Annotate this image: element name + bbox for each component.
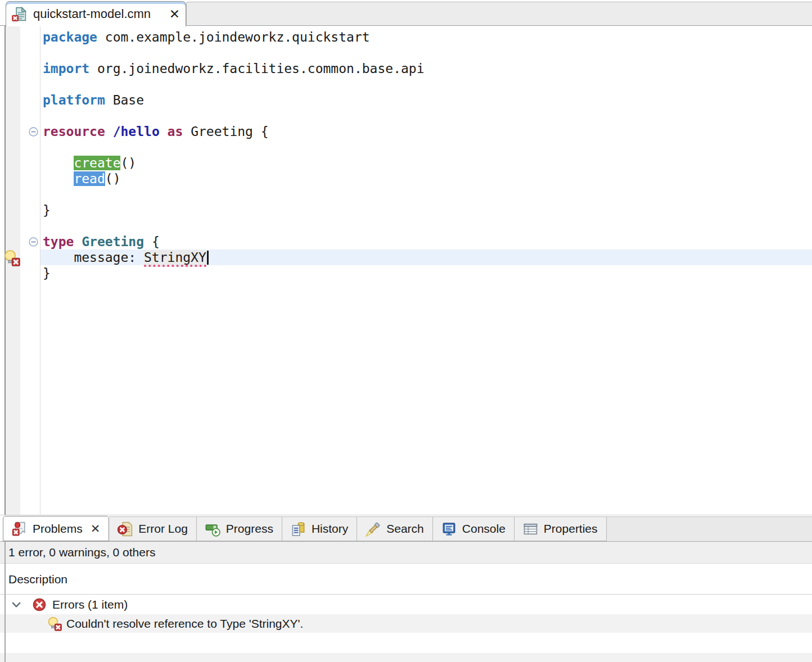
tab-label: Properties: [544, 522, 598, 536]
code-line[interactable]: create(): [40, 155, 812, 171]
problem-item-text: Couldn't resolve reference to Type 'Stri…: [66, 617, 303, 631]
code-token: org.joinedworkz.facilities.common.base.a…: [89, 61, 424, 76]
code-token: [74, 234, 82, 249]
console-icon: [441, 522, 457, 537]
code-token: platform: [43, 93, 105, 107]
code-token: com.example.joindeworkz.quickstart: [97, 30, 370, 44]
code-line[interactable]: [40, 76, 812, 92]
code-token: /hello: [113, 124, 160, 139]
history-icon: [291, 522, 306, 537]
error-reference-token: StringXY: [144, 250, 206, 267]
chevron-down-icon[interactable]: [10, 598, 22, 611]
code-token: package: [43, 30, 97, 44]
problems-summary-text: 1 error, 0 warnings, 0 others: [8, 546, 155, 559]
code-line[interactable]: import org.joinedworkz.facilities.common…: [40, 61, 812, 76]
progress-icon: [205, 522, 220, 537]
editor-tab[interactable]: quickstart-model.cmn ✕: [6, 1, 186, 26]
code-line[interactable]: platform Base: [40, 92, 812, 108]
code-token: Greeting {: [183, 124, 268, 139]
fold-minus-icon[interactable]: [29, 237, 38, 247]
problems-summary: 1 error, 0 warnings, 0 others: [0, 542, 812, 564]
tab-progress[interactable]: Progress: [197, 516, 282, 541]
text-caret: [207, 251, 209, 265]
code-token: Base: [105, 93, 144, 107]
problem-item-row[interactable]: Couldn't resolve reference to Type 'Stri…: [0, 614, 812, 633]
file-model-icon: [12, 7, 26, 21]
bottom-panel: Problems✕Error LogProgressHistorySearchC…: [0, 515, 812, 662]
code-token: message:: [43, 250, 144, 265]
tab-history[interactable]: History: [282, 516, 357, 541]
code-line[interactable]: [40, 108, 812, 124]
code-line[interactable]: }: [40, 265, 812, 281]
tab-label: Console: [462, 522, 506, 536]
code-line-current[interactable]: message: StringXY: [40, 250, 812, 265]
annotation-ruler[interactable]: [6, 26, 20, 515]
code-token: [160, 124, 168, 139]
editor-area: package com.example.joindeworkz.quicksta…: [0, 26, 812, 515]
empty-row: [0, 633, 812, 653]
errorlog-icon: [118, 522, 133, 537]
editor-left-sash[interactable]: [4, 26, 6, 515]
code-token: type: [43, 234, 74, 249]
error-annotation-icon[interactable]: [3, 250, 20, 266]
tab-console[interactable]: Console: [433, 516, 515, 541]
fold-minus-icon[interactable]: [29, 127, 38, 137]
code-line[interactable]: }: [40, 202, 812, 218]
tab-error-log[interactable]: Error Log: [109, 516, 197, 541]
tab-label: History: [312, 522, 348, 536]
code-token: (): [105, 171, 121, 186]
code-line[interactable]: resource /hello as Greeting {: [40, 124, 812, 139]
code-line[interactable]: [40, 45, 812, 61]
problems-icon: [12, 521, 27, 536]
code-token: [105, 124, 113, 139]
code-token: Greeting: [82, 234, 144, 249]
code-token: }: [43, 203, 51, 217]
properties-icon: [523, 522, 538, 537]
tab-close-icon[interactable]: ✕: [91, 522, 101, 536]
tab-label: Progress: [226, 522, 273, 536]
description-column-label: Description: [8, 573, 67, 586]
empty-row: [0, 653, 812, 662]
quickfix-error-icon: [47, 616, 62, 631]
errors-group-label: Errors (1 item): [52, 598, 128, 611]
code-token: {: [144, 234, 160, 249]
tab-label: Problems: [33, 522, 83, 536]
code-line[interactable]: read(): [40, 171, 812, 187]
code-line[interactable]: [40, 139, 812, 155]
error-icon: [33, 598, 46, 611]
code-token: import: [43, 61, 89, 76]
editor-tab-title: quickstart-model.cmn: [33, 7, 165, 21]
tab-properties[interactable]: Properties: [515, 516, 607, 541]
code-token: }: [43, 266, 51, 280]
tab-label: Search: [386, 522, 424, 536]
code-line[interactable]: package com.example.joindeworkz.quicksta…: [40, 29, 812, 45]
editor-tabbar: quickstart-model.cmn ✕: [0, 0, 812, 26]
code-line[interactable]: type Greeting {: [40, 234, 812, 250]
code-line[interactable]: [40, 187, 812, 202]
editor-tabbar-empty-area: [186, 2, 812, 25]
code-token: [43, 171, 74, 186]
editor-tab-close-icon[interactable]: ✕: [169, 7, 180, 22]
code-token: read: [74, 171, 105, 186]
code-token: as: [168, 124, 183, 139]
problems-tree: Errors (1 item) Couldn't resolve referen…: [0, 595, 812, 662]
tab-search[interactable]: Search: [357, 516, 433, 541]
tab-label: Error Log: [138, 522, 188, 536]
errors-group-row[interactable]: Errors (1 item): [0, 595, 812, 614]
view-tabbar-empty-area: [607, 516, 812, 541]
code-token: resource: [43, 124, 105, 139]
tab-problems[interactable]: Problems✕: [3, 516, 109, 541]
code-line[interactable]: [40, 218, 812, 234]
description-column-header[interactable]: Description: [0, 564, 812, 595]
view-tabbar: Problems✕Error LogProgressHistorySearchC…: [0, 515, 812, 542]
code-token: [43, 156, 74, 170]
search-icon: [366, 522, 381, 537]
code-token: create: [74, 156, 120, 170]
code-token: (): [120, 156, 136, 170]
bottom-left-sash[interactable]: [4, 542, 6, 662]
code-area[interactable]: package com.example.joindeworkz.quicksta…: [40, 29, 812, 281]
